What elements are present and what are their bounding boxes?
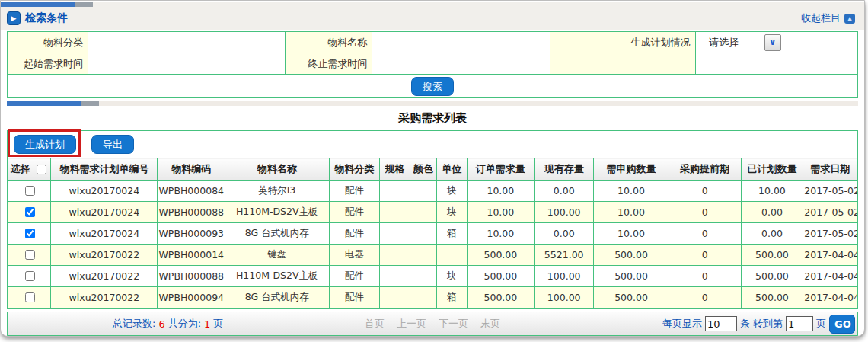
order-demand-qty-cell: 500.00 — [467, 245, 534, 266]
plan-status-label: 生成计划情况 — [550, 32, 695, 53]
material-code-cell: WPBH000088 — [158, 202, 225, 223]
color-cell — [410, 202, 436, 223]
pagination-link[interactable]: 末页 — [480, 317, 500, 331]
column-lead-time: 采购提前期 — [669, 158, 741, 181]
resize-bar-gray-segment — [75, 2, 93, 7]
row-checkbox[interactable] — [25, 271, 35, 281]
current-stock-cell: 100.00 — [535, 202, 594, 223]
column-requisition-qty: 需申购数量 — [594, 158, 669, 181]
spec-cell — [379, 287, 410, 308]
pagination-link[interactable]: 下一页 — [439, 317, 468, 331]
top-resize-bar — [1, 2, 864, 7]
goto-page-suffix: 页 — [816, 317, 826, 331]
plan-number-cell: wlxu20170022 — [51, 287, 158, 308]
purchase-requirements-list: 生成计划 导出 选择 物料需求计划单编号 — [7, 130, 858, 309]
material-category-cell: 配件 — [329, 202, 379, 223]
generate-plan-button[interactable]: 生成计划 — [14, 135, 76, 154]
resize-bar-blue-segment — [1, 2, 75, 7]
demand-date-cell: 2017-05-02 — [803, 181, 857, 202]
per-page-label: 每页显示 — [662, 317, 702, 331]
spec-cell — [379, 266, 410, 287]
lead-time-cell: 0 — [669, 223, 741, 245]
end-demand-time-input[interactable] — [372, 53, 550, 75]
column-spec: 规格 — [379, 158, 410, 181]
requisition-qty-cell: 10.00 — [594, 202, 669, 223]
planned-qty-cell: 500.00 — [741, 266, 803, 287]
purchase-requirements-page: ▶ 检索条件 收起栏目 ▲ 物料分类 物料名称 生成计划情况 — [0, 0, 865, 337]
goto-page-label: 转到第 — [753, 317, 783, 331]
column-plan-number: 物料需求计划单编号 — [51, 158, 158, 181]
row-checkbox[interactable] — [25, 292, 35, 302]
select-column-label: 选择 — [10, 163, 30, 174]
material-name-cell: 8G 台式机内存 — [225, 223, 329, 245]
material-name-cell: H110M-DS2V主板 — [225, 202, 329, 223]
color-cell — [410, 287, 436, 308]
row-checkbox[interactable] — [25, 207, 35, 217]
current-stock-cell: 5521.00 — [535, 245, 594, 266]
material-name-input[interactable] — [372, 32, 550, 53]
search-button[interactable]: 搜索 — [411, 77, 454, 96]
record-summary: 总记录数: 6 共分为: 1 页 — [113, 317, 223, 331]
unit-cell: 块 — [436, 181, 467, 202]
pagination-link[interactable]: 首页 — [365, 317, 385, 331]
order-demand-qty-cell: 10.00 — [467, 202, 534, 223]
search-panel-header: ▶ 检索条件 收起栏目 ▲ — [1, 2, 864, 30]
row-checkbox[interactable] — [25, 186, 35, 196]
unit-cell — [436, 245, 467, 266]
pagination-link[interactable]: 上一页 — [397, 317, 426, 331]
end-demand-time-label: 终止需求时间 — [286, 53, 372, 75]
plan-status-select[interactable]: --请选择-- ∨ — [700, 34, 781, 51]
current-stock-cell: 100.00 — [535, 287, 594, 308]
start-demand-time-input[interactable] — [88, 53, 286, 75]
lead-time-cell: 0 — [669, 266, 741, 287]
planned-qty-cell: 10.00 — [741, 181, 803, 202]
demand-date-cell: 2017-04-04 — [803, 245, 857, 266]
plan-number-cell: wlxu20170022 — [51, 266, 158, 287]
plan-status-selected-value: --请选择-- — [700, 36, 764, 50]
goto-page-input[interactable] — [786, 316, 813, 331]
select-all-checkbox[interactable] — [37, 165, 46, 174]
material-category-input[interactable] — [88, 32, 286, 53]
current-stock-cell: 100.00 — [535, 266, 594, 287]
expand-section-icon[interactable]: ▶ — [7, 11, 21, 25]
collapse-columns-label[interactable]: 收起栏目 — [801, 11, 841, 25]
table-row: wlxu20170022 WPBH000014 键盘 电器 500.00 552… — [8, 245, 857, 266]
column-order-demand-qty: 订单需求量 — [467, 158, 534, 181]
requisition-qty-cell: 500.00 — [594, 266, 669, 287]
material-name-cell: 键盘 — [225, 245, 329, 266]
lead-time-cell: 0 — [669, 287, 741, 308]
search-panel-title: 检索条件 — [25, 11, 68, 25]
row-select-cell — [8, 245, 51, 266]
demand-date-cell: 2017-04-04 — [803, 287, 857, 308]
planned-qty-cell: 0.00 — [741, 223, 803, 245]
collapse-columns-link[interactable]: 收起栏目 ▲ — [801, 11, 855, 25]
go-button[interactable]: GO — [829, 315, 855, 334]
divider-track — [99, 101, 858, 106]
chevron-down-icon[interactable]: ∨ — [764, 34, 781, 51]
demand-date-cell: 2017-04-04 — [803, 266, 857, 287]
material-code-cell: WPBH000084 — [158, 181, 225, 202]
column-unit: 单位 — [436, 158, 467, 181]
row-checkbox[interactable] — [25, 229, 35, 238]
planned-qty-cell: 0.00 — [741, 202, 803, 223]
row-checkbox[interactable] — [25, 250, 35, 260]
plan-number-cell: wlxu20170024 — [51, 181, 158, 202]
row-select-cell — [8, 202, 51, 223]
resize-bar-track — [93, 2, 864, 7]
color-cell — [410, 266, 436, 287]
material-category-cell: 电器 — [329, 245, 379, 266]
column-material-name: 物料名称 — [225, 158, 329, 181]
planned-qty-cell: 500.00 — [741, 287, 803, 308]
collapse-up-icon[interactable]: ▲ — [844, 14, 855, 24]
per-page-input[interactable] — [705, 316, 737, 331]
spec-cell — [379, 181, 410, 202]
table-row: wlxu20170022 WPBH000088 H110M-DS2V主板 配件 … — [8, 266, 857, 287]
row-select-cell — [8, 287, 51, 308]
color-cell — [410, 181, 436, 202]
column-demand-date: 需求日期 — [803, 158, 857, 181]
unit-cell: 块 — [436, 266, 467, 287]
material-category-cell: 配件 — [329, 287, 379, 308]
empty-label-cell — [550, 53, 695, 75]
export-button[interactable]: 导出 — [91, 135, 134, 154]
material-name-cell: 英特尔I3 — [225, 181, 329, 202]
